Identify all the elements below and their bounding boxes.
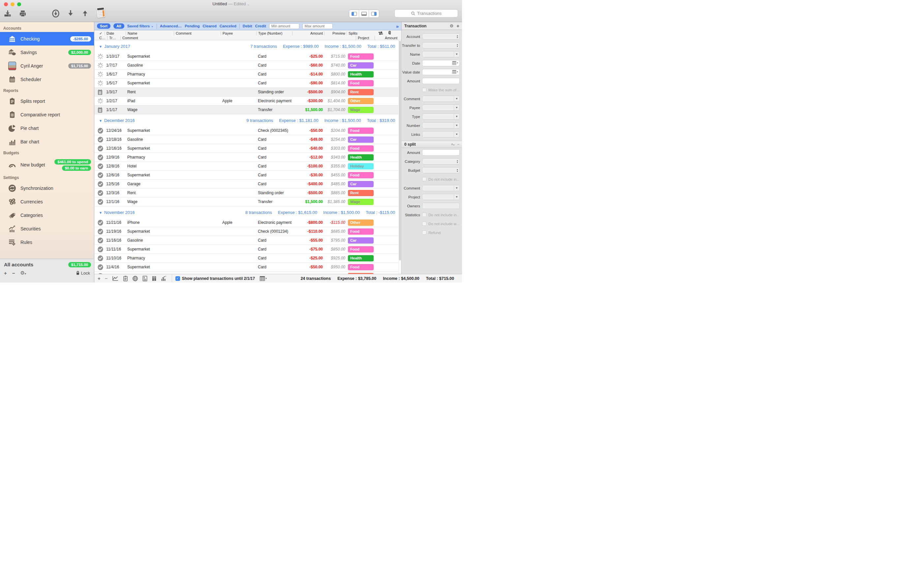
download-circle-icon[interactable] xyxy=(51,9,60,19)
transaction-row[interactable]: 12/5/16GarageCard-$400.00$485.00Car xyxy=(94,180,401,189)
remove-split-button[interactable]: − xyxy=(457,142,459,147)
transaction-row[interactable]: 12/3/16RentStanding order-$500.00$885.00… xyxy=(94,189,401,198)
ledger-columns-icon[interactable] xyxy=(152,276,157,282)
checkbox-refund[interactable] xyxy=(422,231,426,235)
category-pill-car[interactable]: Car xyxy=(348,181,374,187)
globe-icon[interactable] xyxy=(132,276,138,282)
col-name[interactable]: Name xyxy=(126,31,137,35)
print-icon[interactable] xyxy=(18,9,27,18)
category-pill-holiday[interactable]: Holiday xyxy=(348,163,374,169)
transaction-row[interactable]: 12/6/16SupermarketCard-$30.00$455.00Food xyxy=(94,171,401,180)
transaction-row[interactable]: 12/16/16SupermarketCard-$40.00$303.00Foo… xyxy=(94,144,401,153)
month-disclosure[interactable]: ▼November 2016 xyxy=(99,210,135,215)
sidebar-item-securities[interactable]: Securities xyxy=(0,222,94,235)
name-field[interactable]: ▼ xyxy=(422,51,460,57)
budget-field[interactable]: ▲▼ xyxy=(422,167,460,173)
col-splits[interactable]: Splits xyxy=(346,31,357,35)
transaction-row[interactable]: 12/24/16SupermarketCheck (0002345)-$50.0… xyxy=(94,126,401,135)
import-icon[interactable] xyxy=(3,9,12,18)
category-pill-food[interactable]: Food xyxy=(348,80,374,86)
category-pill-rent[interactable]: Rent xyxy=(348,89,374,95)
transaction-row[interactable]: 1/10/17SupermarketCard-$25.00$715.00Food xyxy=(94,52,401,61)
col-sub-tr[interactable]: Tr… xyxy=(107,36,116,40)
category-pill-rent[interactable]: Rent xyxy=(348,273,374,274)
category-pill-food[interactable]: Food xyxy=(348,127,374,134)
col-comment[interactable]: Comment xyxy=(174,31,192,35)
transaction-row[interactable]: 1/6/17PharmacyCard-$14.00$800.00Health xyxy=(94,70,401,79)
project-field[interactable]: ▼ xyxy=(422,194,460,200)
sort-button[interactable]: Sort xyxy=(97,23,111,28)
transaction-row[interactable]: 11/3/16RentStanding order-$500.00$1,000.… xyxy=(94,271,401,274)
search-input[interactable]: Transactions xyxy=(394,9,458,18)
inspector-settings-icon[interactable]: ⚙ xyxy=(450,23,454,28)
category-pill-health[interactable]: Health xyxy=(348,255,374,261)
scrollbar-track[interactable] xyxy=(398,40,401,274)
report-icon[interactable] xyxy=(123,276,128,282)
attachment-icon[interactable] xyxy=(386,31,392,36)
links-field[interactable]: ▼ xyxy=(422,131,460,138)
category-pill-wage[interactable]: Wage xyxy=(348,199,374,205)
transaction-row[interactable]: 11/10/16PharmacyCard-$25.00$925.00Health xyxy=(94,254,401,263)
category-pill-wage[interactable]: Wage xyxy=(348,107,374,113)
sidebar-item-comparative-report[interactable]: Comparative report xyxy=(0,108,94,121)
category-pill-car[interactable]: Car xyxy=(348,136,374,143)
move-down-icon[interactable] xyxy=(67,9,75,19)
filter-canceled-button[interactable]: Canceled xyxy=(220,24,237,28)
filter-debit-button[interactable]: Debit xyxy=(243,24,252,28)
sidebar-item-cyril-anger[interactable]: Cyril Anger$1,715.00 xyxy=(0,59,94,72)
sidebar-item-synchronization[interactable]: Synchronization xyxy=(0,181,94,195)
add-split-button[interactable]: +▾ xyxy=(451,142,454,147)
category-pill-food[interactable]: Food xyxy=(348,228,374,235)
amount-field[interactable] xyxy=(422,78,460,84)
sidebar-item-new-budget[interactable]: New budget$461.00 to spend$0.00 to earn xyxy=(0,157,94,173)
filter-credit-button[interactable]: Credit xyxy=(255,24,266,28)
category-pill-other[interactable]: Other xyxy=(348,98,374,104)
category-pill-car[interactable]: Car xyxy=(348,62,374,69)
transaction-row[interactable]: 12/9/16PharmacyCard-$12.00$343.00Health xyxy=(94,153,401,162)
checkbox-statistics[interactable] xyxy=(422,213,426,217)
category-pill-food[interactable]: Food xyxy=(348,145,374,151)
category-pill-health[interactable]: Health xyxy=(348,154,374,160)
sidebar-item-scheduler[interactable]: Scheduler xyxy=(0,72,94,86)
category-pill-food[interactable]: Food xyxy=(348,172,374,178)
transaction-row[interactable]: 1/5/17SupermarketCard-$90.00$814.00Food xyxy=(94,79,401,88)
category-pill-food[interactable]: Food xyxy=(348,264,374,270)
sidebar-item-savings[interactable]: Savings$2,000.00 xyxy=(0,45,94,59)
owners-field[interactable] xyxy=(422,203,460,209)
month-disclosure[interactable]: ▼January 2017 xyxy=(99,44,130,49)
comment-field[interactable]: ▼ xyxy=(422,96,460,102)
transaction-row[interactable]: 11/4/16SupermarketCard-$50.00$950.00Food xyxy=(94,263,401,271)
col-amount[interactable]: Amount xyxy=(292,31,323,35)
bar-chart-arrow-icon[interactable] xyxy=(161,276,167,282)
transaction-row[interactable]: 1/1/17WageTransfer$1,500.00$1,704.00Wage xyxy=(94,105,401,114)
number-field[interactable]: ▼ xyxy=(422,122,460,129)
checkbox-do-not-include-w[interactable] xyxy=(422,222,426,226)
date-field[interactable]: ▾ xyxy=(422,60,460,66)
transaction-row[interactable]: 1/3/17RentStanding order-$500.00$904.00R… xyxy=(94,88,401,97)
category-pill-car[interactable]: Car xyxy=(348,237,374,244)
filter-pending-button[interactable]: Pending xyxy=(184,24,200,28)
transaction-row[interactable]: 11/11/16SupermarketCard-$75.00$850.00Foo… xyxy=(94,245,401,254)
sidebar-item-bar-chart[interactable]: Bar chart xyxy=(0,135,94,148)
inspector-add-icon[interactable]: + xyxy=(456,23,459,28)
sidebar-item-checking[interactable]: Checking-$285.00 xyxy=(0,32,94,45)
category-pill-health[interactable]: Health xyxy=(348,71,374,78)
filter-all-button[interactable]: All xyxy=(114,23,124,28)
toggle-left-sidebar-button[interactable] xyxy=(349,10,359,18)
transaction-row[interactable]: 11/19/16SupermarketCheck (0001234)-$110.… xyxy=(94,227,401,236)
category-field[interactable]: ▲▼ xyxy=(422,158,460,165)
category-pill-other[interactable]: Other xyxy=(348,220,374,226)
advanced-filter-button[interactable]: Advanced… xyxy=(160,24,182,28)
category-pill-food[interactable]: Food xyxy=(348,53,374,60)
sidebar-item-splits-report[interactable]: Splits report xyxy=(0,94,94,108)
sidebar-item-pie-chart[interactable]: Pie chart xyxy=(0,121,94,135)
col-sub-project[interactable]: Project xyxy=(356,36,369,40)
checkbox-do-not-include-in[interactable] xyxy=(422,177,426,181)
col-payee[interactable]: Payee xyxy=(220,31,233,35)
category-pill-food[interactable]: Food xyxy=(348,246,374,252)
transaction-row[interactable]: 1/7/17GasolineCard-$60.00$740.00Car xyxy=(94,61,401,70)
value-date-field[interactable]: ▾ xyxy=(422,69,460,75)
move-up-icon[interactable] xyxy=(81,9,89,19)
transaction-row[interactable]: 11/21/16iPhoneAppleElectronic payment-$8… xyxy=(94,218,401,227)
col-date[interactable]: Date xyxy=(105,31,114,35)
